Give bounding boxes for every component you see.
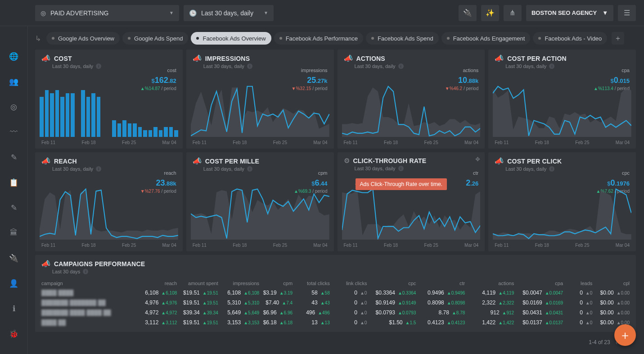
scope-label: PAID ADVERTISING xyxy=(50,9,108,17)
bar xyxy=(97,97,101,137)
bar xyxy=(153,127,158,137)
card-act: 📣ACTIONSLast 30 days, daily iactions10.8… xyxy=(338,50,485,149)
nav-people-icon[interactable]: 👥 xyxy=(7,75,21,88)
tab-facebook-ads-video[interactable]: Facebook Ads - Video xyxy=(533,32,607,45)
card-title: COST PER CLICK xyxy=(507,158,562,165)
nav-globe-icon[interactable]: 🌐 xyxy=(7,50,21,63)
megaphone-icon: 📣 xyxy=(495,157,504,165)
metric-value: $162.82 xyxy=(140,76,176,85)
x-axis: Feb 11Feb 18Feb 25Mar 04 xyxy=(193,243,328,248)
dot-icon xyxy=(279,37,282,40)
tab-facebook-ads-engagement[interactable]: Facebook Ads Engagement xyxy=(441,32,531,45)
bar xyxy=(71,93,75,137)
megaphone-icon: 📣 xyxy=(41,54,50,63)
move-icon[interactable]: ✥ xyxy=(475,156,480,163)
info-icon[interactable]: i xyxy=(96,166,101,172)
clock-icon: 🕒 xyxy=(189,9,197,17)
nav-wand-icon[interactable]: ✎ xyxy=(7,201,21,214)
info-icon[interactable]: i xyxy=(247,166,252,172)
nav-bank-icon[interactable]: 🏛 xyxy=(7,226,21,240)
card-cpa: 📣COST PER ACTIONLast 30 days, daily icpa… xyxy=(488,50,636,149)
card-impr: 📣IMPRESSIONSLast 30 days, daily iimpress… xyxy=(186,50,334,149)
metric-label: cpm xyxy=(294,170,327,176)
info-icon[interactable]: i xyxy=(96,64,101,69)
card-cpc: 📣COST PER CLICKLast 30 days, daily icpc$… xyxy=(488,152,636,251)
bar xyxy=(164,127,168,137)
campaign-name: ███████ ███████ ██ xyxy=(41,300,136,306)
info-icon[interactable]: i xyxy=(398,64,404,69)
nav-edit-icon[interactable]: ✎ xyxy=(7,150,21,164)
scope-dropdown[interactable]: ◎ PAID ADVERTISING ▼ xyxy=(35,5,179,21)
bar xyxy=(91,93,95,137)
share-button[interactable]: ⋔ xyxy=(504,5,522,21)
chart-area xyxy=(40,185,178,240)
gear-icon[interactable]: ⚙ xyxy=(344,157,350,165)
table-row[interactable]: ███████ ███████ ██4,976▲4,976$19.51▲19.5… xyxy=(41,298,630,308)
target-icon: ◎ xyxy=(41,9,46,17)
card-subtitle: Last 30 days i xyxy=(52,269,630,274)
table-header: campaignreachamount spentimpressionscpmt… xyxy=(41,279,630,288)
chevron-down-icon: ▼ xyxy=(169,10,174,15)
table-row[interactable]: ████ ██3,112▲3,112$19.51▲19.513,153▲3,15… xyxy=(41,318,630,327)
info-icon[interactable]: i xyxy=(549,64,554,69)
chevron-down-icon: ▼ xyxy=(264,10,268,15)
info-icon[interactable]: i xyxy=(549,166,554,172)
dashboard-board: 📣COSTLast 30 days, daily icost$162.82▲%1… xyxy=(35,50,636,349)
agency-dropdown[interactable]: BOSTON SEO AGENCY ▼ xyxy=(526,5,613,21)
nav-account-icon[interactable]: 👤 xyxy=(7,277,21,290)
megaphone-icon: 📣 xyxy=(41,259,50,268)
card-title: ACTIONS xyxy=(356,55,385,62)
metric-label: cost xyxy=(140,68,176,73)
tab-google-ads-spend[interactable]: Google Ads Spend xyxy=(122,32,188,45)
table-row[interactable]: ███████ ████ ████ ██4,972▲4,972$39.34▲39… xyxy=(41,308,630,318)
pager-text: 1-4 of 23 xyxy=(589,339,610,345)
bar xyxy=(45,90,49,137)
bar xyxy=(86,97,90,137)
nav-bug-icon[interactable]: 🐞 xyxy=(7,327,21,340)
plug-button[interactable]: 🔌 xyxy=(459,5,477,21)
fab-add-button[interactable]: ＋ xyxy=(614,324,636,346)
bar xyxy=(112,120,116,137)
spark-button[interactable]: ✨ xyxy=(481,5,499,21)
info-icon[interactable]: i xyxy=(83,269,88,274)
date-range-dropdown[interactable]: 🕒 Last 30 days, daily ▼ xyxy=(184,5,274,21)
dot-icon xyxy=(196,37,199,40)
chart-area xyxy=(342,82,481,137)
bar xyxy=(159,130,163,137)
table-row[interactable]: ████ ████6,108▲6,108$19.51▲19.516,108▲6,… xyxy=(41,288,630,298)
tab-google-ads-overview[interactable]: Google Ads Overview xyxy=(46,32,120,45)
menu-button[interactable]: ☰ xyxy=(618,5,636,21)
card-title: COST PER ACTION xyxy=(507,55,567,62)
card-cpm: 📣COST PER MILLELast 30 days, daily icpm$… xyxy=(186,152,334,251)
bar xyxy=(138,127,142,137)
tab-facebook-ads-spend[interactable]: Facebook Ads Spend xyxy=(366,32,439,45)
campaigns-table: campaignreachamount spentimpressionscpmt… xyxy=(41,279,630,327)
megaphone-icon: 📣 xyxy=(193,157,202,165)
subnav-tabs: ↳ Google Ads OverviewGoogle Ads SpendFac… xyxy=(35,30,636,47)
metric-label: ctr xyxy=(466,170,478,176)
card-reach: 📣REACHLast 30 days, daily ireach23.88k▼%… xyxy=(35,152,183,251)
card-title: CAMPAIGNS PERFORMANCE xyxy=(54,260,145,268)
campaign-name: ████ ████ xyxy=(41,290,136,296)
card-subtitle: Last 30 days, daily i xyxy=(355,166,479,171)
info-icon[interactable]: i xyxy=(247,64,252,69)
info-icon[interactable]: i xyxy=(398,166,404,171)
nav-target-icon[interactable]: ◎ xyxy=(7,100,21,113)
megaphone-icon: 📣 xyxy=(41,157,50,165)
nav-info-icon[interactable]: ℹ xyxy=(7,302,21,315)
flow-icon: ↳ xyxy=(35,34,41,43)
nav-analytics-icon[interactable]: 〰 xyxy=(7,125,21,139)
tab-facebook-ads-overview[interactable]: Facebook Ads Overview xyxy=(191,32,271,45)
bar xyxy=(174,130,178,137)
bar xyxy=(122,120,126,137)
nav-plug-icon[interactable]: 🔌 xyxy=(7,251,21,265)
bar xyxy=(50,93,54,137)
megaphone-icon: 📣 xyxy=(495,54,504,63)
add-tab-button[interactable]: ＋ xyxy=(612,32,624,45)
nav-clipboard-icon[interactable]: 📋 xyxy=(7,176,21,189)
card-ctr: ✥⚙CLICK-THROUGH RATELast 30 days, daily … xyxy=(338,152,485,251)
bar xyxy=(55,90,59,137)
megaphone-icon: 📣 xyxy=(193,54,202,63)
tab-facebook-ads-performance[interactable]: Facebook Ads Performance xyxy=(274,32,363,45)
agency-label: BOSTON SEO AGENCY xyxy=(531,9,597,16)
